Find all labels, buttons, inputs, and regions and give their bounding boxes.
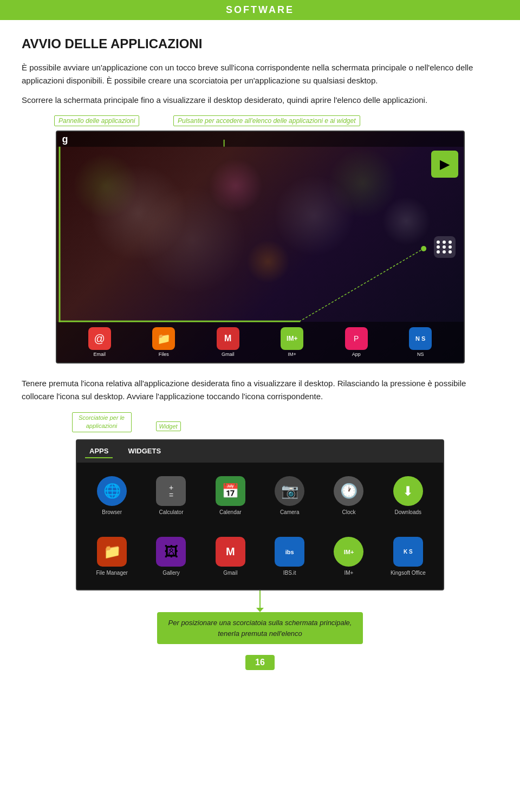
apps-grid-row2: 📁 File Manager 🖼 Gallery M Gmail ibs IBS… (77, 529, 443, 589)
ns-app-icon: N S (409, 327, 432, 350)
app-camera[interactable]: 📷 Camera (260, 471, 319, 521)
clock-icon: 🕐 (334, 476, 363, 506)
app-kingsoft[interactable]: K S Kingsoft Office (379, 531, 438, 581)
bottom-callout-text: Per posizionare una scorciatoia sulla sc… (168, 619, 352, 638)
second-section-text: Tenere premuta l'icona relativa all'appl… (22, 377, 498, 403)
ibs-icon: ibs (275, 537, 304, 567)
filemanager-icon: 📁 (97, 537, 127, 567)
app-calendar[interactable]: 📅 Calendar (201, 471, 260, 521)
ibs-label: IBS.it (283, 570, 296, 576)
dock-icon-email[interactable]: @ Email (88, 327, 111, 357)
gallery-label: Gallery (162, 570, 180, 576)
apps-grid-row1: 🌐 Browser + = Calculator 📅 Calendar (77, 463, 443, 529)
header-title: SOFTWARE (226, 4, 294, 15)
svg-rect-0 (58, 147, 60, 322)
dock-icon-ns[interactable]: N S NS (409, 327, 432, 357)
first-screenshot-section: Pannello delle applicazioni Pulsante per… (54, 113, 466, 363)
play-store-icon[interactable]: ▶ (431, 151, 458, 178)
gmail-icon: M (216, 537, 245, 567)
annot-scorciatoie-label: Scorciatoie per le applicazioni (72, 412, 132, 432)
para2: Scorrere la schermata principale fino a … (22, 94, 498, 107)
header-bar: SOFTWARE (0, 0, 520, 20)
downloads-label: Downloads (395, 509, 421, 515)
dock-icon-implus[interactable]: IM+ IM+ (281, 327, 303, 357)
main-content: AVVIO DELLE APPLICAZIONI È possibile avv… (0, 20, 520, 697)
page-number-badge: 16 (245, 655, 275, 670)
dock-icon-gmail[interactable]: M Gmail (217, 327, 239, 357)
apps-tabs-bar: APPS WIDGETS (77, 440, 443, 463)
app-clock[interactable]: 🕐 Clock (319, 471, 378, 521)
second-annot-row: Scorciatoie per le applicazioni Widget (72, 410, 448, 439)
svg-point-3 (421, 246, 426, 251)
para1: È possibile avviare un'applicazione con … (22, 61, 498, 87)
apps-tab-apps[interactable]: APPS (85, 445, 113, 458)
first-annot-row: Pannello delle applicazioni Pulsante per… (54, 113, 466, 131)
calculator-label: Calculator (159, 509, 183, 515)
gallery-icon: 🖼 (156, 537, 186, 567)
implus-icon: IM+ (334, 537, 363, 567)
gmail-app-icon: M (217, 327, 239, 350)
second-screenshot-section: Scorciatoie per le applicazioni Widget A… (72, 410, 448, 644)
gmail-label: Gmail (222, 352, 235, 357)
filemanager-label: File Manager (96, 570, 127, 576)
app-ibs[interactable]: ibs IBS.it (260, 531, 319, 581)
email-app-icon: @ (88, 327, 111, 350)
app-calculator[interactable]: + = Calculator (141, 471, 200, 521)
kingsoft-icon: K S (393, 537, 423, 567)
google-g-icon: g (62, 134, 68, 145)
kingsoft-label: Kingsoft Office (391, 570, 426, 576)
calendar-icon: 📅 (216, 476, 245, 506)
dock-icon-files[interactable]: 📁 Files (152, 327, 175, 357)
app-downloads[interactable]: ⬇ Downloads (379, 471, 438, 521)
camera-label: Camera (280, 509, 300, 515)
app-implus[interactable]: IM+ IM+ (319, 531, 378, 581)
downloads-icon: ⬇ (393, 476, 423, 506)
callout-arrow-svg (72, 590, 448, 612)
bottom-dock: @ Email 📁 Files M Gmail IM+ IM+ P App (57, 322, 464, 362)
gmail-label-row2: Gmail (223, 570, 237, 576)
implus-label: IM+ (288, 352, 296, 357)
app-drawer-button[interactable] (434, 236, 456, 258)
app5-label: App (352, 352, 361, 357)
browser-label: Browser (102, 509, 122, 515)
annot-pulsante-label: Pulsante per accedere all'elenco delle a… (173, 115, 360, 126)
implus-app-icon: IM+ (281, 327, 303, 350)
app5-icon: P (345, 327, 368, 350)
annot-pannello-label: Pannello delle applicazioni (54, 115, 139, 126)
apps-drawer-screenshot: APPS WIDGETS 🌐 Browser + = Calculator (76, 439, 444, 590)
svg-marker-6 (256, 608, 264, 612)
bottom-callout-area: Per posizionare una scorciatoia sulla sc… (72, 590, 448, 644)
ns-label: NS (417, 352, 424, 357)
dock-icon-app5[interactable]: P App (345, 327, 368, 357)
browser-icon: 🌐 (97, 476, 127, 506)
bottom-callout-box: Per posizionare una scorciatoia sulla sc… (157, 612, 363, 644)
files-label: Files (159, 352, 169, 357)
dots-grid-icon (437, 241, 453, 254)
files-app-icon: 📁 (152, 327, 175, 350)
apps-tab-widgets[interactable]: WIDGETS (123, 445, 165, 458)
svg-line-4 (299, 249, 424, 322)
para3: Tenere premuta l'icona relativa all'appl… (22, 377, 498, 403)
first-screenshot: g ▶ @ Email 📁 (56, 131, 465, 363)
section-title: AVVIO DELLE APPLICAZIONI (22, 36, 498, 51)
annot-widget-label: Widget (156, 421, 181, 431)
page-number-area: 16 (22, 655, 498, 681)
app-gallery[interactable]: 🖼 Gallery (141, 531, 200, 581)
implus-label-row2: IM+ (344, 570, 354, 576)
clock-label: Clock (342, 509, 355, 515)
android-statusbar: g (57, 132, 464, 147)
email-label: Email (93, 352, 106, 357)
app-gmail[interactable]: M Gmail (201, 531, 260, 581)
camera-icon: 📷 (275, 476, 304, 506)
app-browser[interactable]: 🌐 Browser (82, 471, 141, 521)
calculator-icon: + = (156, 476, 186, 506)
calendar-label: Calendar (219, 509, 242, 515)
app-filemanager[interactable]: 📁 File Manager (82, 531, 141, 581)
